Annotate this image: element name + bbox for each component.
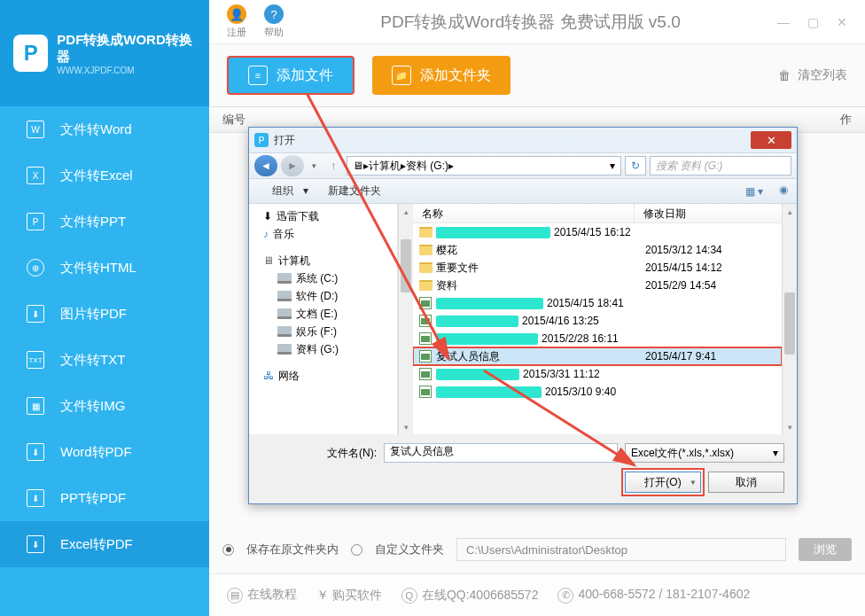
sidebar-item-文件转Word[interactable]: W文件转Word	[0, 106, 209, 152]
drive-icon	[277, 344, 292, 355]
path-bar[interactable]: 🖥 ▸ 计算机 ▸ 资料 (G:) ▸ ▾	[347, 156, 621, 175]
format-icon: ⬇	[27, 443, 44, 461]
sidebar-item-PPT转PDF[interactable]: ⬇PPT转PDF	[0, 475, 209, 521]
format-icon: ▦	[27, 397, 44, 415]
sidebar-item-文件转PPT[interactable]: P文件转PPT	[0, 199, 209, 245]
radio-same-folder[interactable]	[222, 544, 234, 556]
qq-icon: Q	[401, 588, 417, 604]
excel-icon	[419, 368, 432, 380]
browse-button[interactable]: 浏览	[799, 538, 852, 561]
open-button[interactable]: 打开(O)▼	[625, 472, 701, 493]
file-row[interactable]: 重要文件2015/4/15 14:12	[413, 259, 782, 277]
file-type-filter[interactable]: Excel文件(*.xls,*.xlsx)▾	[625, 443, 784, 463]
titlebar: 👤 注册 ? 帮助 PDF转换成Word转换器 免费试用版 v5.0 — ▢ ✕	[209, 0, 865, 44]
view-mode-button[interactable]: ▦ ▾	[738, 183, 770, 199]
sidebar-item-文件转HTML[interactable]: ⊕文件转HTML	[0, 245, 209, 291]
format-icon: ⬇	[27, 305, 44, 323]
tree-drive[interactable]: 系统 (C:)	[251, 269, 395, 287]
sidebar-item-Word转PDF[interactable]: ⬇Word转PDF	[0, 429, 209, 475]
drive-icon	[277, 308, 292, 319]
col-date[interactable]: 修改日期	[635, 204, 782, 222]
up-button[interactable]: ↑	[323, 156, 343, 175]
register-button[interactable]: 👤 注册	[227, 4, 246, 39]
tree-scrollbar[interactable]: ▴ ▾	[398, 204, 413, 434]
file-row[interactable]: 复试人员信息2015/4/17 9:41	[413, 347, 782, 365]
tree-drive[interactable]: 文档 (E:)	[251, 305, 395, 323]
window-controls: — ▢ ✕	[777, 15, 847, 29]
footer: ▤在线教程 ￥ 购买软件 Q在线QQ:4006685572 ✆400-668-5…	[209, 573, 865, 616]
clear-list-button[interactable]: 🗑 清空列表	[778, 67, 847, 83]
folder-tree[interactable]: ⬇迅雷下载 ♪音乐 🖥计算机 系统 (C:)软件 (D:)文档 (E:)娱乐 (…	[249, 204, 398, 434]
logo-title: PDF转换成WORD转换器	[57, 32, 196, 66]
filename-input[interactable]: 复试人员信息	[384, 443, 618, 463]
file-row[interactable]: 资料2015/2/9 14:54	[413, 277, 782, 294]
tutorial-link[interactable]: ▤在线教程	[227, 587, 297, 604]
redacted-name	[436, 227, 550, 238]
file-row[interactable]: 2015/2/28 16:11	[413, 330, 782, 347]
logo-subtitle: WWW.XJPDF.COM	[57, 66, 196, 75]
file-row[interactable]: 樱花2015/3/12 14:34	[413, 241, 782, 259]
close-button[interactable]: ✕	[837, 15, 847, 29]
toolbar: ≡ 添加文件 📁 添加文件夹 🗑 清空列表	[209, 44, 865, 106]
file-row[interactable]: 2015/3/31 11:12	[413, 365, 782, 383]
help-icon: ?	[264, 4, 284, 24]
save-path: C:\Users\Administrator\Desktop	[456, 538, 786, 561]
help-button[interactable]: ? 帮助	[264, 4, 284, 39]
add-file-button[interactable]: ≡ 添加文件	[227, 56, 355, 95]
file-open-dialog: P 打开 ✕ ◄ ► ▾ ↑ 🖥 ▸ 计算机 ▸ 资料 (G:) ▸ ▾ ↻ 搜…	[248, 127, 798, 504]
refresh-button[interactable]: ↻	[625, 156, 646, 175]
scroll-up-icon[interactable]: ▴	[399, 204, 413, 219]
col-op: 作	[840, 112, 852, 128]
file-row[interactable]: 2015/3/10 9:40	[413, 383, 782, 401]
sidebar-item-文件转TXT[interactable]: TXT文件转TXT	[0, 337, 209, 383]
sidebar: P PDF转换成WORD转换器 WWW.XJPDF.COM W文件转WordX文…	[0, 0, 209, 616]
forward-button[interactable]: ►	[281, 155, 304, 176]
folder-icon: 📁	[392, 66, 411, 85]
sidebar-item-文件转IMG[interactable]: ▦文件转IMG	[0, 383, 209, 429]
col-name[interactable]: 名称	[413, 204, 635, 222]
scroll-thumb[interactable]	[401, 239, 411, 292]
organize-menu[interactable]: 组织 ▾	[258, 182, 316, 200]
tree-drive[interactable]: 娱乐 (F:)	[251, 323, 395, 340]
file-row[interactable]: 2015/4/15 18:41	[413, 294, 782, 312]
scroll-thumb[interactable]	[784, 292, 795, 355]
add-folder-button[interactable]: 📁 添加文件夹	[372, 56, 510, 95]
qq-link[interactable]: Q在线QQ:4006685572	[401, 588, 539, 604]
cancel-button[interactable]: 取消	[708, 472, 784, 493]
sidebar-item-Excel转PDF[interactable]: ⬇Excel转PDF	[0, 521, 209, 567]
search-input[interactable]: 搜索 资料 (G:)	[650, 156, 791, 175]
minimize-button[interactable]: —	[777, 15, 790, 29]
files-scrollbar[interactable]: ▴ ▾	[782, 204, 797, 434]
folder-icon	[419, 245, 432, 255]
user-icon: 👤	[227, 4, 246, 24]
tree-drive[interactable]: 软件 (D:)	[251, 287, 395, 305]
radio-custom-folder[interactable]	[351, 544, 362, 556]
help-icon[interactable]: ◉	[779, 183, 788, 199]
file-list: 名称 修改日期 2015/4/15 16:12樱花2015/3/12 14:34…	[413, 204, 797, 434]
dialog-close-button[interactable]: ✕	[751, 131, 791, 149]
scroll-up-icon[interactable]: ▴	[783, 204, 797, 219]
chevron-down-icon[interactable]: ▾	[610, 160, 615, 172]
book-icon: ▤	[227, 588, 243, 604]
sidebar-item-图片转PDF[interactable]: ⬇图片转PDF	[0, 291, 209, 337]
scroll-down-icon[interactable]: ▾	[399, 419, 413, 434]
sidebar-item-文件转Excel[interactable]: X文件转Excel	[0, 152, 209, 199]
maximize-button[interactable]: ▢	[807, 15, 819, 29]
buy-link[interactable]: ￥ 购买软件	[316, 588, 382, 604]
history-dropdown[interactable]: ▾	[308, 161, 320, 170]
file-row[interactable]: 2015/4/16 13:25	[413, 312, 782, 330]
redacted-name	[436, 298, 543, 309]
excel-icon	[419, 315, 432, 327]
scroll-down-icon[interactable]: ▾	[783, 419, 797, 434]
excel-icon	[419, 332, 432, 345]
tree-drive[interactable]: 资料 (G:)	[251, 340, 395, 358]
network-icon: 🖧	[263, 370, 274, 382]
drive-icon	[277, 326, 292, 337]
file-row[interactable]: 2015/4/15 16:12	[413, 223, 782, 241]
format-icon: ⊕	[27, 259, 44, 277]
logo-icon: P	[13, 35, 48, 72]
new-folder-button[interactable]: 新建文件夹	[328, 183, 381, 199]
format-icon: P	[27, 213, 44, 230]
back-button[interactable]: ◄	[254, 155, 277, 176]
file-icon: ≡	[248, 66, 268, 85]
